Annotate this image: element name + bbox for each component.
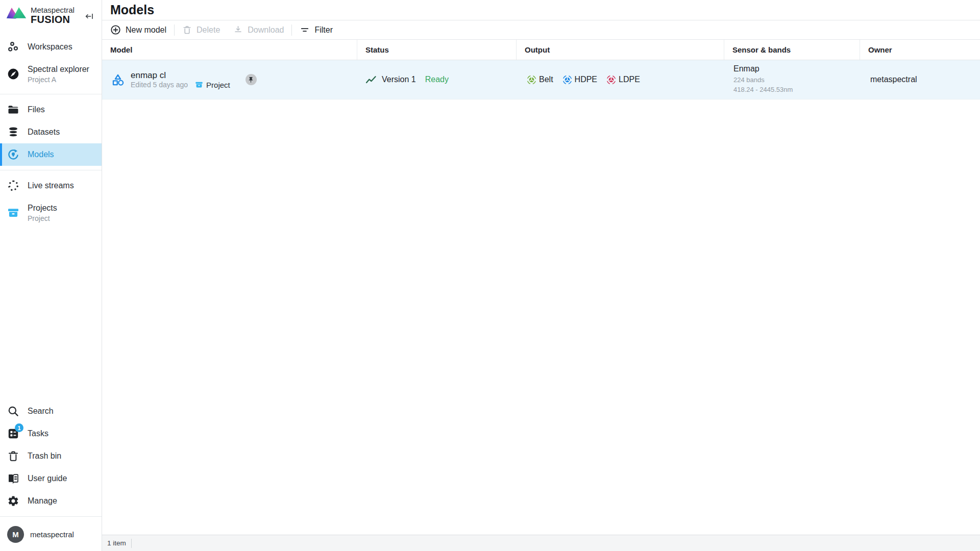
sidebar-item-spectral-explorer[interactable]: Spectral explorer Project A [0, 58, 102, 90]
trend-line-icon [365, 74, 377, 85]
user-menu[interactable]: M metaspectral [0, 521, 102, 551]
sensor-name: Enmap [733, 64, 760, 73]
output-badge-hdpe: HDPE [562, 75, 597, 85]
sidebar-item-label: Datasets [28, 128, 60, 137]
divider [0, 94, 102, 94]
brand-name: Metaspectral FUSION [31, 5, 75, 26]
download-label: Download [248, 26, 284, 35]
output-label: Belt [539, 75, 553, 84]
sidebar-item-label: Models [28, 150, 54, 159]
compass-icon [7, 68, 19, 80]
delete-label: Delete [197, 26, 220, 35]
project-tag-label: Project [206, 81, 230, 89]
sidebar-item-label: Projects [28, 204, 57, 213]
sidebar-item-label: Tasks [28, 429, 48, 438]
sidebar-item-user-guide[interactable]: User guide [0, 467, 102, 490]
download-button[interactable]: Download [233, 25, 284, 35]
status-ready-label: Ready [425, 75, 449, 84]
new-model-button[interactable]: New model [110, 24, 166, 35]
sidebar-item-files[interactable]: Files [0, 98, 102, 121]
table-header: Model Status Output Sensor & bands Owner [102, 40, 980, 60]
output-label: HDPE [575, 75, 597, 84]
output-badge-belt: Belt [527, 75, 553, 85]
folder-icon [7, 104, 19, 116]
output-badge-ldpe: LDPE [606, 75, 640, 85]
status-bar: 1 item [102, 535, 980, 551]
book-icon [7, 472, 19, 485]
sidebar-item-label: User guide [28, 474, 67, 483]
download-icon [233, 25, 243, 35]
tasks-count-badge: 1 [15, 423, 23, 432]
items-count: 1 item [107, 539, 126, 547]
sidebar-item-sublabel: Project A [28, 76, 89, 84]
output-label: LDPE [619, 75, 640, 84]
toolbar-separator [291, 24, 292, 36]
brand-line2: FUSION [31, 14, 75, 26]
live-streams-icon [7, 180, 19, 192]
sidebar: Metaspectral FUSION Workspaces [0, 0, 102, 551]
filter-icon [300, 25, 310, 35]
pin-button[interactable] [246, 74, 257, 85]
sidebar-item-label: Files [28, 105, 45, 114]
project-box-icon [195, 81, 203, 89]
cube-scan-icon [527, 75, 536, 85]
sidebar-item-workspaces[interactable]: Workspaces [0, 36, 102, 58]
sidebar-nav: Workspaces Spectral explorer Project A [0, 36, 102, 229]
user-avatar: M [7, 526, 24, 543]
column-header-model: Model [102, 40, 357, 60]
models-icon [7, 148, 19, 161]
sidebar-bottom: Search 1 Tasks [0, 400, 102, 551]
trash-icon [182, 25, 192, 35]
footer-separator [131, 539, 132, 548]
owner-name: metaspectral [870, 75, 917, 84]
sidebar-item-search[interactable]: Search [0, 400, 102, 422]
filter-button[interactable]: Filter [300, 25, 333, 35]
workspaces-icon [7, 41, 19, 53]
column-header-output: Output [517, 40, 724, 60]
trash-icon [7, 450, 19, 462]
sidebar-item-tasks[interactable]: 1 Tasks [0, 422, 102, 445]
column-header-sensor-bands: Sensor & bands [724, 40, 860, 60]
sidebar-item-datasets[interactable]: Datasets [0, 121, 102, 143]
sidebar-item-label: Live streams [28, 181, 74, 190]
search-icon [7, 405, 19, 417]
gear-icon [7, 495, 19, 507]
sidebar-item-models[interactable]: Models [0, 143, 102, 166]
sensor-bands: 224 bands [733, 76, 765, 84]
filter-label: Filter [314, 26, 333, 35]
collapse-sidebar-button[interactable] [82, 9, 96, 23]
sidebar-item-live-streams[interactable]: Live streams [0, 174, 102, 197]
model-table-row[interactable]: enmap cl Edited 5 days ago Project [102, 60, 980, 99]
database-icon [7, 126, 19, 138]
sidebar-item-projects[interactable]: Projects Project [0, 197, 102, 229]
new-model-label: New model [126, 26, 166, 35]
sidebar-item-label: Workspaces [28, 42, 72, 52]
sidebar-item-manage[interactable]: Manage [0, 490, 102, 512]
model-name: enmap cl [131, 70, 166, 80]
toolbar: New model Delete Download [102, 20, 980, 40]
collapse-arrow-icon [84, 11, 94, 21]
plus-circle-icon [110, 24, 121, 35]
sensor-range: 418.24 - 2445.53nm [733, 86, 793, 93]
sidebar-item-label: Trash bin [28, 452, 61, 461]
brand-logo-icon [6, 5, 27, 20]
toolbar-separator [174, 24, 175, 36]
pushpin-icon [248, 77, 254, 83]
sidebar-item-trash-bin[interactable]: Trash bin [0, 445, 102, 467]
page-title: Models [110, 3, 154, 17]
project-box-icon [7, 207, 19, 219]
column-header-owner: Owner [860, 40, 980, 60]
model-shapes-icon [111, 73, 125, 87]
user-name: metaspectral [30, 530, 74, 539]
model-edited: Edited 5 days ago [131, 81, 188, 89]
sidebar-item-label: Search [28, 407, 54, 416]
brand-header: Metaspectral FUSION [0, 0, 102, 29]
brand-line1: Metaspectral [31, 6, 75, 14]
cube-scan-icon [606, 75, 616, 85]
divider [0, 170, 102, 170]
project-tag: Project [195, 81, 230, 89]
sidebar-item-label: Spectral explorer [28, 65, 89, 74]
sidebar-item-sublabel: Project [28, 214, 57, 222]
delete-button[interactable]: Delete [182, 25, 220, 35]
title-bar: Models [102, 0, 980, 20]
